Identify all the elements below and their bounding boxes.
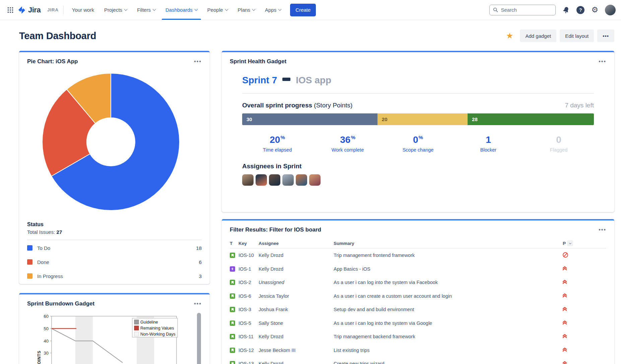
y-tick: 30 (44, 351, 49, 356)
nav-plans[interactable]: Plans (233, 0, 260, 20)
gadget-title: Sprint Health Gadget (230, 58, 286, 65)
avatar[interactable] (282, 174, 294, 186)
table-row[interactable]: IOS-13 Kelly Drozd Create new trips wiza… (230, 357, 606, 364)
issue-assignee: Kelly Drozd (259, 334, 334, 339)
gadget-more-button[interactable]: ••• (194, 59, 202, 65)
chevron-down-icon (569, 242, 571, 244)
col-key: Key (238, 241, 259, 246)
favorite-star-icon[interactable]: ★ (506, 32, 513, 40)
settings-button[interactable]: ⚙ (591, 6, 598, 14)
issue-type-icon (230, 293, 235, 299)
nav-filters[interactable]: Filters (132, 0, 160, 20)
issue-key[interactable]: IOS-2 (238, 280, 259, 285)
y-tick: 60 (44, 314, 49, 319)
bar-segment-done[interactable]: 28 (468, 113, 594, 125)
app-switcher-icon[interactable] (5, 4, 16, 16)
table-row[interactable]: IOS-11 Kelly Drozd Trip management backe… (230, 330, 606, 344)
svg-text:Non-Working Days: Non-Working Days (140, 332, 176, 337)
priority-icon (563, 321, 567, 325)
jira-logo[interactable]: Jira (17, 6, 41, 14)
create-button[interactable]: Create (290, 4, 316, 16)
priority-icon (563, 361, 567, 364)
issue-key[interactable]: IOS-1 (238, 266, 259, 272)
divider (27, 240, 202, 240)
stat-blocker[interactable]: 1 Blocker (453, 134, 524, 153)
stat-scope-change[interactable]: 0% Scope change (383, 134, 453, 153)
avatar[interactable] (296, 174, 307, 186)
dashboard-more-button[interactable]: ••• (597, 29, 614, 42)
issue-summary[interactable]: As a user i can create a custom user acc… (334, 293, 563, 299)
bar-segment-inprogress[interactable]: 20 (377, 113, 468, 125)
gadget-more-button[interactable]: ••• (599, 227, 606, 233)
table-row[interactable]: IOS-3 Joshua Frank Setup dev and and bui… (230, 303, 606, 316)
help-button[interactable]: ? (576, 6, 584, 14)
issue-summary[interactable]: List existing trips (334, 348, 563, 353)
gadget-scrollbar[interactable] (197, 313, 201, 364)
legend-item-todo[interactable]: To Do 18 (27, 241, 202, 255)
gadget-more-button[interactable]: ••• (194, 301, 202, 307)
nav-people[interactable]: People (202, 0, 233, 20)
gadget-title: Pie Chart: iOS App (27, 58, 78, 65)
stat-time-elapsed[interactable]: 20% Time elapsed (242, 134, 313, 153)
bell-icon (562, 6, 570, 14)
priority-icon (563, 266, 567, 271)
sprint-name-link[interactable]: Sprint 7 (242, 75, 277, 86)
chart-legend: Guideline Remaining Values Non-Working D… (132, 318, 178, 337)
bar-segment-todo[interactable]: 30 (242, 113, 377, 125)
filter-results-gadget: Filter Results: Filter for IOS board •••… (222, 219, 614, 364)
issue-summary[interactable]: Create new trips wizard (334, 361, 563, 364)
gadget-more-button[interactable]: ••• (599, 59, 606, 65)
y-axis-label: STORY POINTS (37, 351, 42, 364)
sprint-progress-bar[interactable]: 30 20 28 (242, 113, 594, 125)
table-row[interactable]: IOS-2 Unassigned As a user i can log int… (230, 276, 606, 289)
search-box[interactable] (489, 5, 556, 15)
top-navigation: Jira JIRA Your work Projects Filters Das… (0, 0, 621, 20)
issue-summary[interactable]: As a user i can log into the system via … (334, 321, 563, 326)
priority-sort-button[interactable] (567, 240, 573, 246)
search-icon (493, 7, 498, 12)
sprint-burndown-gadget: Sprint Burndown Gadget ••• 60 50 40 30 (19, 293, 210, 364)
avatar[interactable] (242, 174, 254, 186)
table-row[interactable]: IOS-10 Kelly Drozd Trip management front… (230, 249, 606, 262)
remaining-swatch (134, 326, 139, 330)
stat-flagged[interactable]: 0 Flagged (524, 134, 594, 153)
nav-your-work[interactable]: Your work (67, 0, 99, 20)
nav-dashboards[interactable]: Dashboards (160, 0, 202, 20)
issue-summary[interactable]: App Basics - iOS (334, 266, 563, 272)
question-mark-icon: ? (579, 7, 582, 13)
table-row[interactable]: IOS-12 Jesse Beckom III List existing tr… (230, 344, 606, 357)
priority-icon (563, 252, 568, 258)
table-row[interactable]: IOS-6 Jessica Taylor As a user i can cre… (230, 289, 606, 303)
issue-key[interactable]: IOS-6 (238, 293, 259, 299)
legend-item-done[interactable]: Done 6 (27, 255, 202, 269)
avatar[interactable] (256, 174, 267, 186)
issue-summary[interactable]: Setup dev and and build environment (334, 307, 563, 312)
total-issues-value: 27 (57, 229, 62, 235)
issue-summary[interactable]: As a user i can log into the system via … (334, 280, 563, 285)
priority-icon (563, 280, 567, 284)
add-gadget-button[interactable]: Add gadget (520, 29, 556, 42)
issue-key[interactable]: IOS-3 (238, 307, 259, 312)
edit-layout-button[interactable]: Edit layout (560, 29, 594, 42)
issue-key[interactable]: IOS-5 (238, 321, 259, 326)
issue-key[interactable]: IOS-12 (238, 348, 259, 353)
issue-summary[interactable]: Trip management backend framework (334, 334, 563, 339)
nav-projects[interactable]: Projects (99, 0, 132, 20)
status-donut-chart[interactable] (37, 68, 185, 215)
stat-work-complete[interactable]: 36% Work complete (313, 134, 383, 153)
search-input[interactable] (501, 7, 548, 13)
table-row[interactable]: IOS-5 Sally Stone As a user i can log in… (230, 316, 606, 330)
legend-item-inprogress[interactable]: In Progress 3 (27, 269, 202, 283)
col-type: T (230, 241, 238, 246)
issue-key[interactable]: IOS-13 (238, 361, 259, 364)
avatar[interactable] (309, 174, 321, 186)
notifications-button[interactable] (562, 6, 570, 14)
issue-key[interactable]: IOS-11 (238, 334, 259, 339)
avatar[interactable] (269, 174, 280, 186)
table-row[interactable]: IOS-1 Kelly Drozd App Basics - iOS (230, 262, 606, 276)
issue-summary[interactable]: Trip management frontend framework (334, 253, 563, 258)
issue-key[interactable]: IOS-10 (238, 253, 259, 258)
issue-assignee: Jessica Taylor (259, 293, 334, 299)
nav-apps[interactable]: Apps (260, 0, 286, 20)
user-avatar[interactable] (605, 5, 616, 15)
